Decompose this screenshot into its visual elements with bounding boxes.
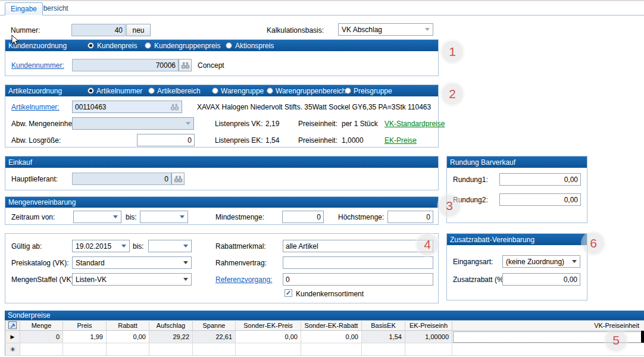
- col-header-aufschlag[interactable]: Aufschlag: [149, 321, 193, 331]
- rahmenvertrag-input[interactable]: [283, 256, 433, 269]
- cell-aufschlag[interactable]: 29,22: [149, 331, 193, 343]
- cell-sonder-ek-rabatt[interactable]: 0,00: [301, 331, 362, 343]
- ek-preise-link[interactable]: EK-Preise: [384, 136, 417, 145]
- abw-mengeneinheit-select[interactable]: [72, 117, 194, 130]
- radio-kundenpreis[interactable]: [87, 42, 94, 49]
- cell-empty[interactable]: [236, 343, 301, 356]
- radio-warengruppe[interactable]: [212, 87, 218, 94]
- col-header-vk-preiseinheit[interactable]: VK-Preiseinheit: [452, 321, 644, 331]
- cell-sonder-ek-preis[interactable]: 0,00: [236, 331, 301, 343]
- neu-button[interactable]: neu: [126, 24, 151, 36]
- annotation-badge-6: 6: [583, 233, 604, 254]
- col-header-sonder-ek-rabatt[interactable]: Sonder-EK-Rabatt: [301, 321, 362, 331]
- tab-eingabe[interactable]: Eingabe: [5, 2, 43, 15]
- eingangsart-label: Eingangsart:: [453, 258, 493, 266]
- abw-losgroesse-label: Abw. Losgröße:: [11, 136, 61, 145]
- hauptlieferant-lookup-button[interactable]: [171, 173, 185, 185]
- col-header-preis[interactable]: Preis: [63, 321, 107, 331]
- cell-rabatt[interactable]: 0,00: [107, 331, 149, 343]
- preiseinheit-vk-value: per 1 Stück: [342, 120, 378, 128]
- gueltig-ab-value: 19.02.2015: [76, 242, 111, 250]
- gueltig-bis-label: bis:: [133, 242, 144, 250]
- col-header-spanne[interactable]: Spanne: [193, 321, 236, 331]
- nummer-input[interactable]: [71, 24, 126, 36]
- col-header-ek-preiseinh[interactable]: EK-Preiseinh: [405, 321, 452, 331]
- zeitraum-von-select[interactable]: [73, 211, 121, 223]
- mengenstaffel-select[interactable]: Listen-VK: [72, 273, 192, 286]
- col-header-basisek[interactable]: BasisEK: [362, 321, 405, 331]
- kundennummer-input[interactable]: [72, 59, 179, 71]
- window-top-edge: [0, 0, 644, 1]
- grid-header-row: Menge Preis Rabatt Aufschlag Spanne Sond…: [5, 321, 644, 331]
- cell-spanne[interactable]: 22,61: [193, 331, 236, 343]
- radio-artikelbereich[interactable]: [148, 87, 155, 94]
- cell-empty[interactable]: [362, 343, 405, 356]
- binoculars-icon: [181, 62, 190, 69]
- rundung2-input[interactable]: [499, 193, 581, 206]
- annotation-badge-5: 5: [605, 330, 627, 351]
- listenpreis-ek-value: 1,54: [265, 136, 279, 145]
- radio-preisgruppe[interactable]: [345, 87, 351, 94]
- cell-empty[interactable]: [301, 343, 362, 356]
- radio-kundengruppenpreis[interactable]: [145, 42, 151, 49]
- cell-ek-preiseinh[interactable]: 1,00000: [405, 331, 452, 343]
- chevron-down-icon: [183, 278, 188, 281]
- hauptlieferant-input[interactable]: [72, 173, 171, 185]
- radio-warengruppe-label: Warengruppe: [221, 87, 264, 95]
- artikelzuordnung-header: Artikelzuordnung Artikelnummer Artikelbe…: [5, 85, 438, 96]
- rundung1-input[interactable]: [499, 173, 581, 186]
- preiskatalog-value: Standard: [76, 259, 105, 267]
- chevron-down-icon: [113, 215, 118, 218]
- einkauf-panel: Einkauf Hauptlieferant:: [5, 156, 439, 190]
- gueltig-ab-select[interactable]: 19.02.2015: [72, 240, 130, 252]
- vk-standardpreise-link[interactable]: VK-Standardpreise: [384, 120, 445, 128]
- cell-basisek[interactable]: 1,54: [362, 331, 405, 343]
- kalkulationsbasis-value: VK Abschlag: [342, 26, 382, 34]
- chevron-down-icon: [572, 260, 577, 263]
- grid-customize-button[interactable]: [5, 321, 20, 331]
- cell-empty[interactable]: [193, 343, 236, 356]
- col-header-menge[interactable]: Menge: [20, 321, 63, 331]
- rabattmerkmal-input[interactable]: [283, 240, 433, 252]
- artikelnummer-input[interactable]: [72, 101, 182, 113]
- radio-aktionspreis[interactable]: [226, 42, 232, 49]
- mindestmenge-input[interactable]: [282, 211, 324, 223]
- referenzvorgang-input[interactable]: [283, 273, 433, 286]
- kundenzuordnung-panel: Kundenzuordnung Kundenpreis Kundengruppe…: [5, 39, 439, 76]
- col-header-sonder-ek-preis[interactable]: Sonder-EK-Preis: [236, 321, 301, 331]
- kalkulationsbasis-select[interactable]: VK Abschlag: [338, 23, 433, 36]
- cell-empty[interactable]: [20, 343, 63, 356]
- abw-losgroesse-input[interactable]: [137, 134, 195, 146]
- rundung-barverkauf-header: Rundung Barverkauf: [447, 156, 587, 168]
- col-header-rabatt[interactable]: Rabatt: [107, 321, 149, 331]
- radio-warengruppenbereich[interactable]: [267, 87, 273, 94]
- eingangsart-select[interactable]: (keine Zuordnung): [502, 255, 580, 268]
- artikelnummer-link[interactable]: Artikelnummer:: [11, 103, 60, 111]
- eingangsart-value: (keine Zuordnung): [506, 258, 564, 266]
- cell-empty[interactable]: [107, 343, 149, 356]
- kundenkernsortiment-checkbox[interactable]: ✓: [285, 289, 292, 297]
- cell-empty[interactable]: [63, 343, 107, 356]
- hoechstmenge-input[interactable]: [387, 211, 433, 223]
- kalkulationsbasis-label: Kalkulationsbasis:: [267, 26, 324, 35]
- zeitraum-bis-select[interactable]: [140, 211, 188, 223]
- kundennummer-link[interactable]: Kundennummer:: [11, 61, 64, 70]
- cell-menge[interactable]: 0: [20, 331, 63, 343]
- mindestmenge-label: Mindestmenge:: [215, 213, 264, 221]
- gueltig-bis-select[interactable]: [148, 240, 192, 252]
- rabattmerkmal-label: Rabattmerkmal:: [215, 242, 266, 250]
- hoechstmenge-label: Höchstmenge:: [338, 213, 384, 221]
- radio-artikelbereich-label: Artikelbereich: [157, 87, 201, 95]
- hauptlieferant-label: Hauptlieferant:: [11, 175, 58, 183]
- cell-empty[interactable]: [149, 343, 193, 356]
- zusatzrabatt-input[interactable]: [502, 273, 580, 286]
- listenpreis-vk-label: Listenpreis VK:: [215, 120, 263, 128]
- cell-preis[interactable]: 1,99: [63, 331, 107, 343]
- gueltig-ab-label: Gültig ab:: [11, 242, 42, 250]
- referenzvorgang-link[interactable]: Referenzvorgang:: [215, 275, 272, 284]
- cell-empty[interactable]: [405, 343, 452, 356]
- radio-artikelnummer[interactable]: [87, 87, 94, 94]
- radio-preisgruppe-label: Preisgruppe: [354, 87, 392, 95]
- preiskatalog-select[interactable]: Standard: [72, 256, 192, 269]
- kundennummer-lookup-button[interactable]: [179, 59, 192, 71]
